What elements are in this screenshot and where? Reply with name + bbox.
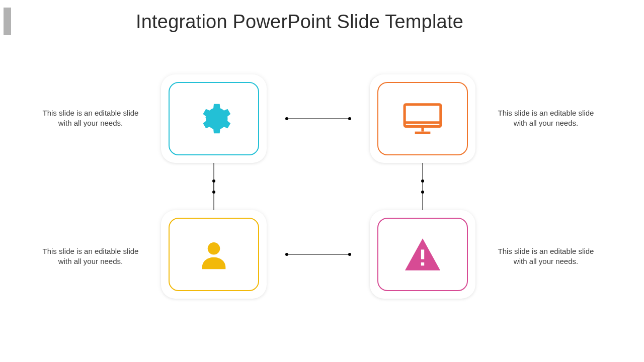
svg-rect-18 xyxy=(421,249,424,259)
svg-point-7 xyxy=(212,179,215,183)
caption-warning: This slide is an editable slide with all… xyxy=(496,246,596,267)
svg-point-8 xyxy=(212,191,215,194)
svg-point-11 xyxy=(421,179,424,183)
svg-point-12 xyxy=(421,191,424,194)
svg-point-4 xyxy=(285,253,288,256)
card-warning xyxy=(370,210,475,299)
svg-point-1 xyxy=(285,117,288,120)
monitor-icon xyxy=(402,101,443,136)
card-monitor xyxy=(370,74,475,163)
svg-point-5 xyxy=(348,253,351,256)
card-warning-inner xyxy=(377,218,468,291)
svg-rect-19 xyxy=(421,262,424,265)
gear-icon xyxy=(196,101,231,136)
svg-point-17 xyxy=(208,242,220,255)
diagram-stage: This slide is an editable slide with all… xyxy=(0,0,644,362)
svg-point-2 xyxy=(348,117,351,120)
caption-gear: This slide is an editable slide with all… xyxy=(40,108,141,129)
caption-user: This slide is an editable slide with all… xyxy=(40,246,141,267)
connector-lines xyxy=(0,0,644,362)
card-user-inner xyxy=(169,218,259,291)
card-gear xyxy=(161,74,267,163)
card-user xyxy=(161,210,267,299)
card-monitor-inner xyxy=(377,82,468,155)
warning-icon xyxy=(403,237,442,272)
card-gear-inner xyxy=(169,82,259,155)
caption-monitor: This slide is an editable slide with all… xyxy=(496,108,596,129)
user-icon xyxy=(196,237,231,272)
